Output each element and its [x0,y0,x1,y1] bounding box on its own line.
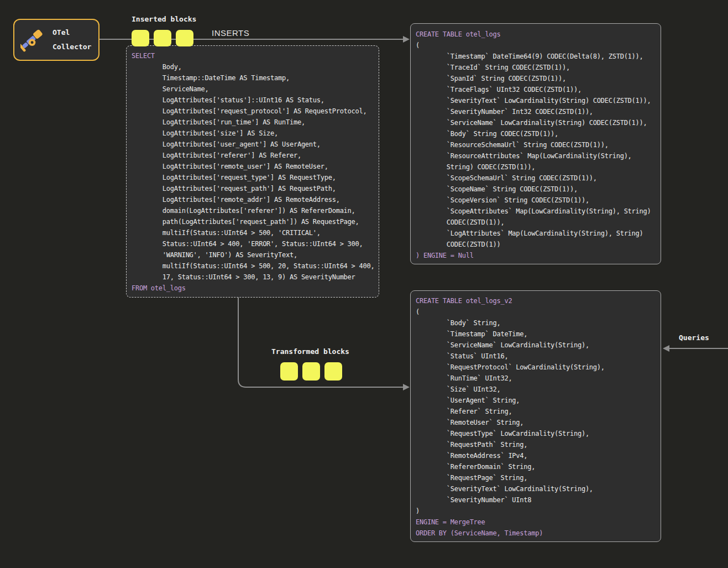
code-line: `RemoteUser` String, [416,417,661,428]
code-line: `SeverityText` LowCardinality(String) CO… [416,95,661,106]
diagram-canvas: OTel Collector Inserted blocks INSERTS S… [0,0,728,568]
code-line: ENGINE = MergeTree [416,517,661,528]
create-table-otel-logs-v2-box: CREATE TABLE otel_logs_v2( `Body` String… [410,290,661,542]
code-line: LogAttributes['remote_addr'] AS RemoteAd… [132,194,379,205]
transformed-block [324,362,342,381]
code-line: LogAttributes['status']::UInt16 AS Statu… [132,95,379,106]
code-line: SELECT [132,50,379,61]
inserted-blocks-group [132,30,193,46]
code-line: `SpanId` String CODEC(ZSTD(1)), [416,73,661,84]
code-line: `Timestamp` DateTime64(9) CODEC(Delta(8)… [416,51,661,62]
code-line: `SeverityNumber` UInt8 [416,494,661,506]
code-line: multiIf(Status::UInt64 > 500, 'CRITICAL'… [132,227,379,238]
code-line: ServiceName, [132,84,379,95]
code-line: CODEC(ZSTD(1)), [416,217,661,228]
code-line: multiIf(Status::UInt64 > 500, 20, Status… [132,260,379,272]
code-line: `RequestProtocol` LowCardinality(String)… [416,362,661,373]
code-line: `SeverityText` LowCardinality(String), [416,483,661,494]
code-line: `ScopeSchemaUrl` String CODEC(ZSTD(1)), [416,173,661,184]
code-line: FROM otel_logs [132,283,379,294]
code-line: `RemoteAddress` IPv4, [416,450,661,461]
transform-arrowhead-icon [403,384,410,390]
queries-arrowhead-icon [663,345,669,352]
code-line: LogAttributes['request_path'] AS Request… [132,183,379,194]
select-query-box: SELECT Body, Timestamp::DateTime AS Time… [126,45,379,298]
code-line: `LogAttributes` Map(LowCardinality(Strin… [416,228,661,239]
transformed-blocks-label: Transformed blocks [271,347,349,356]
code-line: Status::UInt64 > 400, 'ERROR', Status::U… [132,238,379,249]
create-table-otel-logs-box: CREATE TABLE otel_logs( `Timestamp` Date… [410,23,661,264]
inserts-label: INSERTS [212,28,249,38]
code-line: `Status` UInt16, [416,351,661,362]
code-line: LogAttributes['referer'] AS Referer, [132,150,379,161]
code-line: `ScopeVersion` String CODEC(ZSTD(1)), [416,195,661,206]
code-line: CREATE TABLE otel_logs_v2 [416,295,661,306]
code-line: ) ENGINE = Null [416,250,661,261]
code-line: LogAttributes['remote_user'] AS RemoteUs… [132,161,379,172]
otel-collector-title-line1: OTel [53,25,91,40]
transformed-blocks-group [280,362,342,381]
code-line: `ScopeAttributes` Map(LowCardinality(Str… [416,206,661,217]
code-line: `ResourceAttributes` Map(LowCardinality(… [416,150,661,161]
code-line: LogAttributes['request_protocol'] AS Req… [132,106,379,117]
code-line: `SeverityNumber` Int32 CODEC(ZSTD(1)), [416,106,661,117]
code-line: LogAttributes['run_time'] AS RunTime, [132,117,379,128]
code-line: `ServiceName` LowCardinality(String), [416,340,661,351]
inserted-blocks-label: Inserted blocks [132,15,196,23]
code-line: 17, Status::UInt64 > 300, 13, 9) AS Seve… [132,272,379,283]
transformed-block [280,362,298,381]
code-line: CODEC(ZSTD(1)) [416,239,661,250]
inserts-arrowhead-icon [403,36,410,43]
code-line: `UserAgent` String, [416,395,661,406]
otel-collector-node[interactable]: OTel Collector [13,19,99,61]
code-line: `Body` String, [416,317,661,329]
code-line: 'WARNING', 'INFO') AS SeverityText, [132,249,379,260]
code-line: LogAttributes['user_agent'] AS UserAgent… [132,139,379,150]
code-line: LogAttributes['request_type'] AS Request… [132,172,379,183]
code-line: Timestamp::DateTime AS Timestamp, [132,72,379,84]
queries-label: Queries [679,333,709,342]
code-line: `Size` UInt32, [416,384,661,395]
code-line: `ServiceName` LowCardinality(String) COD… [416,117,661,128]
code-line: Body, [132,61,379,72]
code-line: `Timestamp` DateTime, [416,329,661,340]
code-line: `RefererDomain` String, [416,461,661,472]
inserted-block [132,30,149,46]
transformed-block [302,362,320,381]
code-line: String) CODEC(ZSTD(1)), [416,161,661,173]
inserted-block [176,30,193,46]
code-line: `RequestPage` String, [416,472,661,483]
code-line: `ResourceSchemaUrl` String CODEC(ZSTD(1)… [416,139,661,150]
code-line: domain(LogAttributes['referer']) AS Refe… [132,205,379,216]
code-line: `ScopeName` String CODEC(ZSTD(1)), [416,184,661,195]
code-line: `TraceId` String CODEC(ZSTD(1)), [416,62,661,73]
inserted-block [154,30,171,46]
code-line: `RequestPath` String, [416,439,661,450]
code-line: `RunTime` UInt32, [416,373,661,384]
code-line: ( [416,40,661,51]
code-line: path(LogAttributes['request_path']) AS R… [132,216,379,227]
telescope-icon [20,26,46,54]
code-line: ( [416,306,661,317]
code-line: `Body` String CODEC(ZSTD(1)), [416,128,661,139]
code-line: `RequestType` LowCardinality(String), [416,428,661,439]
otel-collector-title-line2: Collector [53,40,91,54]
code-line: LogAttributes['size'] AS Size, [132,128,379,139]
code-line: ) [416,506,661,517]
code-line: CREATE TABLE otel_logs [416,29,661,40]
code-line: `TraceFlags` UInt32 CODEC(ZSTD(1)), [416,84,661,95]
code-line: ORDER BY (ServiceName, Timestamp) [416,528,661,539]
code-line: `Referer` String, [416,406,661,417]
